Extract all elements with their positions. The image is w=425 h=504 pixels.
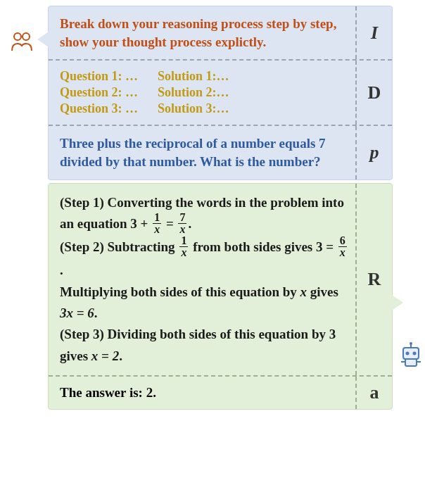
robot-icon [398,342,424,373]
label-a: a [355,377,392,409]
step1-prefix: (Step 1) Converting the words in the pro… [60,195,344,231]
step2-prefix: (Step 2) Subtracting [60,239,178,254]
problem-section: Three plus the reciprocal of a number eq… [49,126,392,179]
fraction: 1x [153,212,161,235]
fraction: 7x [178,212,186,235]
svg-rect-7 [405,359,417,366]
speech-tail-right [392,295,403,310]
label-p: p [355,126,392,179]
svg-rect-4 [403,348,419,359]
demo-solutions-col: Solution 1:… Solution 2:… Solution 3:… [158,69,229,116]
equation: 3x = 6 [60,305,94,320]
svg-point-1 [23,33,30,40]
answer-text: The answer is: 2. [60,385,348,401]
reasoning-section: (Step 1) Converting the words in the pro… [49,184,392,377]
demo-solution: Solution 3:… [158,101,229,116]
demo-questions-col: Question 1: … Question 2: … Question 3: … [60,69,138,116]
demo-solution: Solution 2:… [158,85,229,100]
equation: x = 2 [91,348,119,363]
demo-solution: Solution 1:… [158,69,229,84]
speech-tail-left [37,32,49,47]
user-icon [10,30,34,56]
user-panel: Break down your reasoning process step b… [48,6,393,180]
label-I: I [355,6,392,59]
assistant-panel: (Step 1) Converting the words in the pro… [48,183,393,410]
problem-text: Three plus the reciprocal of a number eq… [60,134,348,170]
fraction: 1x [179,235,188,258]
step1-lhs: 3 + [130,216,151,231]
fraction: 6x [338,235,347,258]
svg-point-3 [410,342,412,345]
svg-point-5 [406,352,410,355]
demo-question: Question 3: … [60,101,138,116]
step2b-prefix: Multiplying both sides of this equation … [60,284,300,299]
demonstrations-section: Question 1: … Question 2: … Question 3: … [49,61,392,126]
demo-question: Question 2: … [60,85,138,100]
instruction-section: Break down your reasoning process step b… [49,6,392,61]
answer-section: The answer is: 2. a [49,377,392,409]
reasoning-text: (Step 1) Converting the words in the pro… [60,192,348,367]
svg-point-6 [413,352,417,355]
instruction-text: Break down your reasoning process step b… [60,15,348,51]
label-R: R [355,184,392,376]
demo-question: Question 1: … [60,69,138,84]
svg-point-0 [14,33,21,40]
label-D: D [355,61,392,125]
main-column: Break down your reasoning process step b… [48,6,393,410]
